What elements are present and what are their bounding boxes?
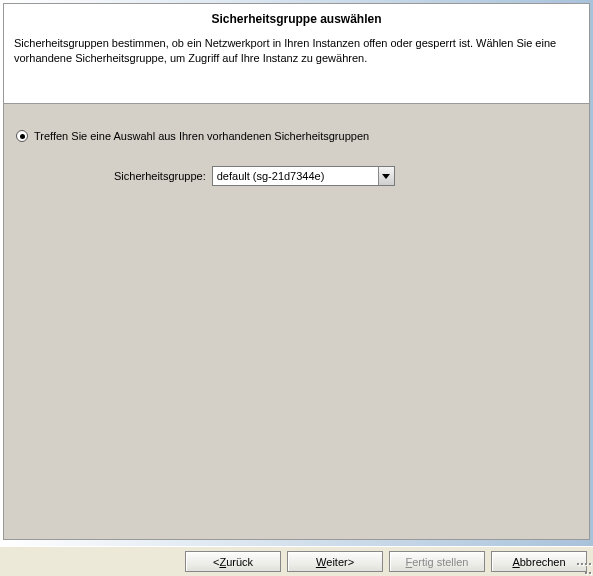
back-button[interactable]: < Zurück xyxy=(185,551,281,572)
security-group-field: Sicherheitsgruppe: default (sg-21d7344e) xyxy=(114,166,577,186)
page-description: Sicherheitsgruppen bestimmen, ob ein Net… xyxy=(14,36,579,66)
next-button[interactable]: Weiter > xyxy=(287,551,383,572)
page-title: Sicherheitsgruppe auswählen xyxy=(14,12,579,26)
wizard-header: Sicherheitsgruppe auswählen Sicherheitsg… xyxy=(4,4,589,104)
cancel-button[interactable]: Abbrechen xyxy=(491,551,587,572)
radio-existing-group-label: Treffen Sie eine Auswahl aus Ihren vorha… xyxy=(34,130,369,142)
finish-button[interactable]: Fertig stellen xyxy=(389,551,485,572)
wizard-content: Sicherheitsgruppe auswählen Sicherheitsg… xyxy=(3,3,590,540)
radio-existing-group[interactable] xyxy=(16,130,28,142)
security-group-select[interactable]: default (sg-21d7344e) xyxy=(212,166,395,186)
security-group-select-value: default (sg-21d7344e) xyxy=(217,170,325,182)
svg-marker-0 xyxy=(382,174,390,179)
chevron-down-icon[interactable] xyxy=(378,167,394,185)
wizard-button-bar: < Zurück Weiter > Fertig stellen Abbrech… xyxy=(0,546,593,576)
wizard-form: Treffen Sie eine Auswahl aus Ihren vorha… xyxy=(4,104,589,212)
resize-gripper-icon[interactable] xyxy=(575,558,591,574)
wizard-window: Sicherheitsgruppe auswählen Sicherheitsg… xyxy=(0,0,593,576)
security-group-label: Sicherheitsgruppe: xyxy=(114,170,206,182)
radio-existing-group-row[interactable]: Treffen Sie eine Auswahl aus Ihren vorha… xyxy=(16,130,577,142)
